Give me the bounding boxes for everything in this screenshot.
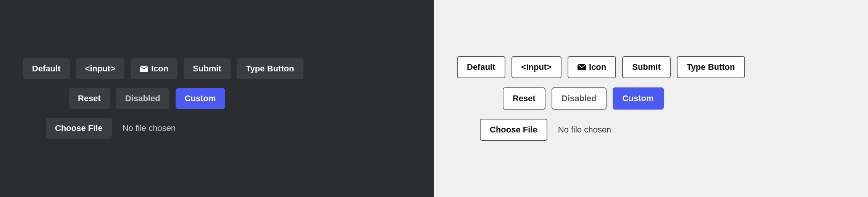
dark-reset-button[interactable]: Reset — [69, 88, 110, 109]
dark-type-button-button[interactable]: Type Button — [237, 58, 303, 79]
light-choose-file-label[interactable]: Choose File — [480, 119, 547, 141]
light-panel: Default <input> Icon Submit Type Button … — [434, 0, 868, 197]
dark-choose-file-button[interactable]: Choose File — [46, 118, 112, 139]
light-row-3: Choose File No file chosen — [480, 119, 611, 141]
dark-choose-file-label[interactable]: Choose File — [46, 118, 112, 139]
dark-custom-button[interactable]: Custom — [176, 88, 225, 109]
light-choose-file-button[interactable]: Choose File — [480, 119, 547, 141]
dark-input-button[interactable]: <input> — [76, 58, 124, 79]
light-row-1: Default <input> Icon Submit Type Button — [457, 56, 745, 78]
dark-no-file-text: No file chosen — [123, 123, 176, 133]
envelope-icon-dark — [140, 66, 148, 72]
light-input-button[interactable]: <input> — [511, 56, 561, 78]
envelope-icon-light — [578, 64, 586, 70]
dark-default-button[interactable]: Default — [23, 58, 70, 79]
light-type-button-button[interactable]: Type Button — [677, 56, 745, 78]
light-icon-button[interactable]: Icon — [568, 56, 616, 78]
light-disabled-button: Disabled — [552, 87, 607, 110]
dark-row-1: Default <input> Icon Submit Type Button — [23, 58, 303, 79]
dark-icon-button[interactable]: Icon — [131, 58, 177, 79]
light-row-2: Reset Disabled Custom — [503, 87, 664, 110]
dark-row-3: Choose File No file chosen — [46, 118, 176, 139]
light-default-button[interactable]: Default — [457, 56, 505, 78]
light-submit-button[interactable]: Submit — [622, 56, 671, 78]
light-custom-button[interactable]: Custom — [613, 87, 664, 110]
dark-disabled-button: Disabled — [116, 88, 169, 109]
dark-panel: Default <input> Icon Submit Type Button … — [0, 0, 434, 197]
dark-row-2: Reset Disabled Custom — [69, 88, 225, 109]
dark-submit-button[interactable]: Submit — [184, 58, 231, 79]
light-reset-button[interactable]: Reset — [503, 87, 545, 110]
light-no-file-text: No file chosen — [558, 125, 611, 135]
